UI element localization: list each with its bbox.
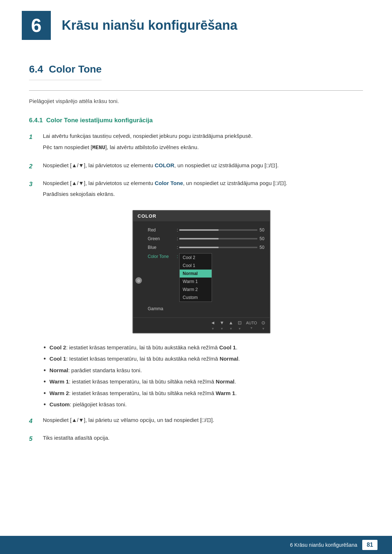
footer-btn-enter[interactable]: ⊡ ▼ (238, 319, 242, 331)
menu-row-red: Red : 50 (144, 226, 270, 234)
menu-row-color-tone: Color Tone : Cool 2 Cool 1 Normal Warm 1… (144, 252, 270, 303)
steps-list: 1 Lai atvērtu funkcijas taustiņu ceļvedi… (29, 132, 363, 201)
menu-label-blue: Blue (148, 244, 177, 251)
step-1-content: Lai atvērtu funkcijas taustiņu ceļvedi, … (43, 132, 363, 155)
dropdown-item-warm2[interactable]: Warm 2 (180, 286, 212, 294)
up-arrow-icon: ▲ (229, 319, 233, 327)
dropdown-item-warm1[interactable]: Warm 1 (180, 278, 212, 286)
footer-btn-left[interactable]: ◄ ▼ (211, 319, 215, 331)
step-5-number: 5 (29, 434, 40, 444)
monitor-title: COLOR (138, 213, 156, 219)
color-tone-dropdown: Cool 2 Cool 1 Normal Warm 1 Warm 2 Custo… (179, 253, 212, 302)
bullet-item-cool1: • Cool 1: Iestatiet krāsas temperatūru, … (44, 355, 363, 363)
monitor-nav-icon: ⊙ (135, 277, 142, 284)
content-area: 6.4 Color Tone Pielāgojiet vispārējo att… (0, 47, 392, 466)
bullet-item-warm1: • Warm 1: iestatiet krāsas temperatūru, … (44, 378, 363, 386)
monitor-left: ⊙ (133, 224, 144, 315)
menu-row-green: Green : 50 (144, 234, 270, 243)
menu-row-gamma: Gamma (144, 304, 270, 313)
menu-label-color-tone: Color Tone (148, 253, 177, 260)
step-2: 2 Nospiediet [▲/▼], lai pārvietotos uz e… (29, 161, 363, 173)
bullet-item-cool2: • Cool 2: iestatiet krāsas temperatūru, … (44, 344, 363, 352)
page-header: 6 Krāsu nianšu konfigurēšana (0, 0, 392, 47)
menu-value-red: 50 (260, 227, 266, 233)
bullet-dot-5: • (44, 389, 46, 398)
monitor-container: COLOR ⊙ (40, 210, 363, 334)
section-title-text: Color Tone (49, 63, 102, 75)
footer-btn-power[interactable]: ⊙ ▼ (261, 319, 265, 331)
bullet-text-warm2: Warm 2: iestatiet krāsas temperatūru, la… (49, 389, 363, 398)
footer-page-number: 81 (362, 540, 377, 550)
footer-btn-auto-label: ▼ (250, 326, 253, 331)
bullet-dot-4: • (44, 378, 46, 386)
monitor-screen: COLOR ⊙ (132, 210, 270, 334)
step-2-text: Nospiediet [▲/▼], lai pārvietotos uz ele… (43, 161, 363, 170)
dropdown-item-custom[interactable]: Custom (180, 294, 212, 301)
dropdown-item-cool2[interactable]: Cool 2 (180, 254, 212, 262)
subsection-title: 6.4.1 Color Tone iestatījumu konfigurāci… (29, 116, 363, 125)
step-4-text: Nospiediet [▲/▼], lai pārietu uz vēlamo … (43, 416, 363, 424)
bullet-item-warm2: • Warm 2: iestatiet krāsas temperatūru, … (44, 389, 363, 398)
bullet-text-cool1: Cool 1: Iestatiet krāsas temperatūru, la… (49, 355, 363, 363)
footer-btn-up[interactable]: ▲ ▼ (229, 319, 233, 331)
bullet-text-custom: Custom: pielāgojiet krāsas toni. (49, 401, 363, 409)
dropdown-item-normal[interactable]: Normal (180, 270, 212, 278)
step-3-number: 3 (29, 180, 40, 189)
step-1-subnote: Pēc tam nospiediet [MENU], lai atvērtu a… (43, 143, 363, 152)
footer-btn-up-label: ▼ (229, 327, 233, 332)
bullet-text-normal: Normal: parādiet standarta krāsu toni. (49, 366, 363, 375)
subsection-title-text: Color Tone iestatījumu konfigurācija (46, 117, 152, 124)
monitor-body: ⊙ Red : 50 (133, 221, 270, 317)
page-wrapper: 6 Krāsu nianšu konfigurēšana 6.4 Color T… (0, 0, 392, 554)
svg-text:⊙: ⊙ (137, 279, 140, 283)
step-4-content: Nospiediet [▲/▼], lai pārietu uz vēlamo … (43, 416, 363, 427)
footer-chapter-text: 6 Krāsu nianšu konfigurēšana (290, 541, 357, 549)
step-5-text: Tiks iestatīta atlasītā opcija. (43, 434, 363, 442)
menu-label-gamma: Gamma (148, 305, 177, 312)
bullet-list: • Cool 2: iestatiet krāsas temperatūru, … (44, 344, 363, 409)
bullet-text-cool2: Cool 2: iestatiet krāsas temperatūru, la… (49, 344, 363, 352)
chapter-number: 6 (31, 16, 42, 35)
footer-btn-auto[interactable]: AUTO ▼ (246, 320, 257, 331)
steps-list-2: 4 Nospiediet [▲/▼], lai pārietu uz vēlam… (29, 416, 363, 445)
footer-btn-left-label: ▼ (211, 327, 215, 332)
step-3-text: Nospiediet [▲/▼], lai pārvietotos uz ele… (43, 179, 363, 188)
subsection-number: 6.4.1 (29, 117, 43, 124)
menu-label-green: Green (148, 235, 177, 242)
monitor-menu: Red : 50 Green : (144, 224, 270, 315)
step-1-text: Lai atvērtu funkcijas taustiņu ceļvedi, … (43, 132, 363, 140)
footer-btn-down[interactable]: ▼ ▼ (220, 319, 224, 331)
menu-label-red: Red (148, 227, 177, 233)
bullet-dot-1: • (44, 344, 46, 352)
footer-btn-power-label: ▼ (262, 327, 265, 332)
enter-icon: ⊡ (238, 319, 242, 327)
step-3-content: Nospiediet [▲/▼], lai pārvietotos uz ele… (43, 179, 363, 201)
bullet-dot-3: • (44, 366, 46, 375)
menu-bar-green: : 50 (177, 235, 266, 242)
dropdown-item-cool1[interactable]: Cool 1 (180, 262, 212, 270)
section-number: 6.4 (29, 63, 43, 75)
bullet-item-custom: • Custom: pielāgojiet krāsas toni. (44, 401, 363, 409)
power-icon: ⊙ (261, 319, 265, 327)
down-arrow-icon: ▼ (220, 319, 224, 327)
step-3-subnote: Parādīsies sekojošais ekrāns. (43, 190, 363, 198)
dropdown-panel: : Cool 2 Cool 1 Normal Warm 1 Warm 2 Cus… (177, 253, 212, 302)
section-title-wrapper: 6.4 Color Tone (29, 62, 363, 91)
menu-value-blue: 50 (260, 244, 266, 251)
step-3: 3 Nospiediet [▲/▼], lai pārvietotos uz e… (29, 179, 363, 201)
menu-row-blue: Blue : 50 (144, 243, 270, 252)
step-1-number: 1 (29, 132, 40, 142)
page-footer: 6 Krāsu nianšu konfigurēšana 81 (0, 536, 392, 554)
monitor-titlebar: COLOR (133, 211, 270, 222)
footer-btn-enter-label: ▼ (238, 327, 241, 332)
step-2-content: Nospiediet [▲/▼], lai pārvietotos uz ele… (43, 161, 363, 173)
auto-icon: AUTO (246, 320, 257, 326)
chapter-number-box: 6 (22, 11, 51, 40)
bullet-text-warm1: Warm 1: iestatiet krāsas temperatūru, la… (49, 378, 363, 386)
step-2-number: 2 (29, 162, 40, 171)
step-1: 1 Lai atvērtu funkcijas taustiņu ceļvedi… (29, 132, 363, 155)
step-4: 4 Nospiediet [▲/▼], lai pārietu uz vēlam… (29, 416, 363, 427)
section-description: Pielāgojiet vispārējo attēla krāsu toni. (29, 97, 363, 106)
step-5: 5 Tiks iestatīta atlasītā opcija. (29, 434, 363, 445)
bullet-dot-6: • (44, 401, 46, 409)
